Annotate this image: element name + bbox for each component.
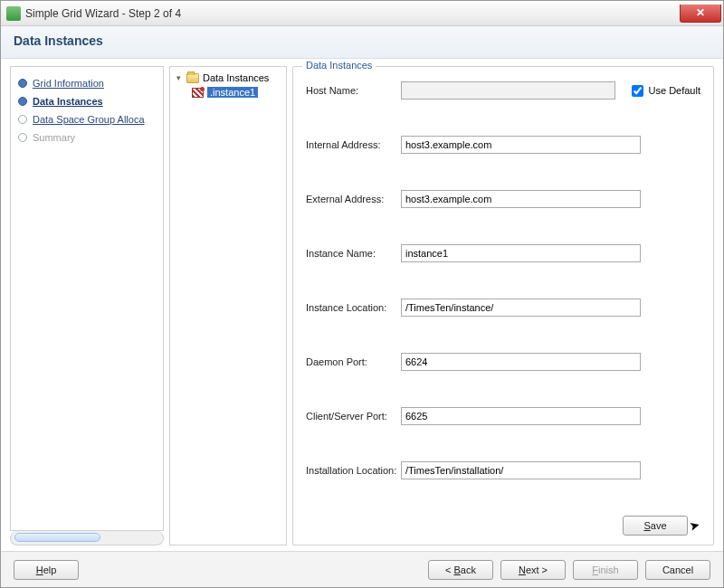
step-summary: Summary (16, 128, 157, 147)
instance-location-label: Instance Location: (306, 302, 401, 313)
step-label: Summary (33, 132, 75, 143)
step-data-instances[interactable]: Data Instances (16, 92, 157, 110)
use-default-checkbox[interactable] (632, 85, 643, 97)
external-address-input[interactable] (401, 190, 641, 208)
host-name-label: Host Name: (306, 85, 401, 96)
step-dot-icon (18, 79, 27, 88)
body: Grid Information Data Instances Data Spa… (1, 59, 723, 551)
data-instances-fieldset: Data Instances Host Name: Use Default In… (292, 66, 714, 545)
step-link[interactable]: Data Space Group Alloca (33, 114, 145, 125)
titlebar: Simple Grid Wizard - Step 2 of 4 ✕ (1, 1, 723, 26)
step-link[interactable]: Data Instances (33, 96, 103, 107)
page-header: Data Instances (1, 26, 723, 59)
host-name-input (401, 81, 615, 100)
instance-tree: ▾ Data Instances .instance1 (169, 66, 287, 545)
app-icon (6, 6, 21, 21)
sidebar-hscrollbar[interactable] (10, 531, 164, 545)
cancel-button[interactable]: Cancel (645, 560, 710, 580)
back-button[interactable]: < Back (428, 560, 493, 580)
tree-root[interactable]: ▾ Data Instances (172, 71, 284, 85)
scrollbar-thumb[interactable] (14, 533, 100, 542)
step-grid-information[interactable]: Grid Information (16, 74, 157, 92)
tree-collapse-icon[interactable]: ▾ (174, 73, 183, 82)
wizard-window: Simple Grid Wizard - Step 2 of 4 ✕ Data … (0, 0, 724, 588)
instance-name-label: Instance Name: (306, 248, 401, 259)
step-link[interactable]: Grid Information (33, 78, 104, 89)
instance-name-input[interactable] (401, 244, 641, 262)
step-sidebar-wrap: Grid Information Data Instances Data Spa… (10, 66, 164, 545)
next-button[interactable]: Next > (500, 560, 566, 580)
fieldset-legend: Data Instances (302, 60, 376, 71)
window-title: Simple Grid Wizard - Step 2 of 4 (25, 7, 181, 20)
internal-address-input[interactable] (401, 136, 641, 154)
close-button[interactable]: ✕ (680, 5, 721, 23)
save-button[interactable]: Save (623, 516, 688, 536)
page-title: Data Instances (14, 33, 710, 48)
use-default-label: Use Default (649, 85, 700, 96)
finish-button: Finish (573, 560, 638, 580)
client-server-port-label: Client/Server Port: (306, 411, 401, 422)
folder-icon (186, 73, 199, 83)
installation-location-label: Installation Location: (306, 465, 401, 476)
client-server-port-input[interactable] (401, 407, 641, 425)
step-data-space-group[interactable]: Data Space Group Alloca (16, 110, 157, 128)
step-dot-icon (18, 133, 27, 142)
internal-address-label: Internal Address: (306, 139, 401, 150)
installation-location-input[interactable] (401, 461, 641, 479)
wizard-footer: Help < Back Next > Finish Cancel (1, 551, 723, 587)
tree-child-label: .instance1 (207, 87, 258, 98)
mouse-cursor-icon: ➤ (688, 517, 702, 535)
daemon-port-input[interactable] (401, 353, 641, 371)
step-dot-icon (18, 115, 27, 124)
daemon-port-label: Daemon Port: (306, 356, 401, 367)
help-button[interactable]: Help (14, 560, 79, 580)
step-dot-icon (18, 97, 27, 106)
use-default-checkbox-wrap[interactable]: Use Default (628, 82, 700, 100)
external-address-label: External Address: (306, 194, 401, 204)
tree-root-label: Data Instances (203, 72, 269, 83)
step-sidebar: Grid Information Data Instances Data Spa… (10, 66, 164, 531)
tree-child-instance1[interactable]: .instance1 (172, 85, 284, 100)
form-pane: Data Instances Host Name: Use Default In… (292, 66, 714, 545)
instance-location-input[interactable] (401, 299, 641, 317)
instance-icon (192, 88, 204, 98)
